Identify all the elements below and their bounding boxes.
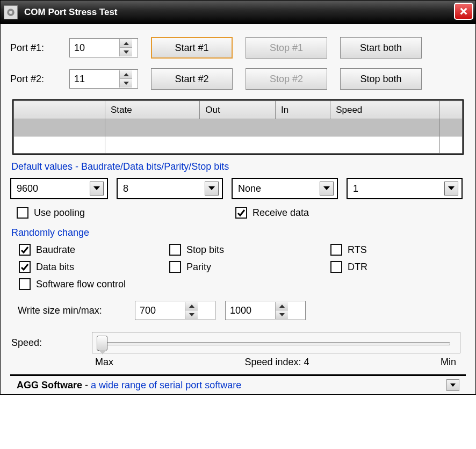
- status-dropdown[interactable]: [446, 379, 459, 391]
- chevron-down-icon: [450, 383, 456, 387]
- receive-data-checkbox[interactable]: Receive data: [235, 207, 309, 219]
- rand-stopbits-label: Stop bits: [186, 244, 224, 256]
- app-window: COM Port Stress Test Port #1: Start #1 S…: [0, 0, 476, 395]
- rand-stopbits-checkbox[interactable]: Stop bits: [169, 244, 330, 256]
- write-size-row: Write size min/max:: [18, 301, 466, 320]
- chevron-up-icon: [124, 73, 129, 76]
- speed-slider[interactable]: [92, 332, 460, 353]
- use-pooling-label: Use pooling: [34, 207, 85, 219]
- col-in[interactable]: In: [275, 101, 330, 119]
- write-max-input[interactable]: [226, 305, 275, 316]
- app-icon: [4, 5, 18, 19]
- write-min-down[interactable]: [185, 310, 198, 319]
- chevron-down-icon: [208, 186, 215, 191]
- rand-parity-label: Parity: [186, 262, 211, 273]
- stop1-button[interactable]: Stop #1: [246, 37, 327, 59]
- port1-spin-up[interactable]: [120, 39, 132, 48]
- chevron-down-icon: [93, 186, 100, 191]
- rand-databits-label: Data bits: [36, 262, 74, 273]
- chevron-down-icon: [279, 313, 285, 316]
- stop2-button[interactable]: Stop #2: [246, 68, 327, 90]
- slider-max-label: Max: [95, 357, 113, 368]
- parity-drop[interactable]: [320, 182, 334, 195]
- databits-drop[interactable]: [205, 182, 219, 195]
- port1-input[interactable]: [70, 42, 119, 54]
- rand-dtr-label: DTR: [348, 262, 367, 273]
- chevron-up-icon: [124, 42, 129, 45]
- port2-spin-up[interactable]: [120, 70, 132, 79]
- use-pooling-checkbox[interactable]: Use pooling: [17, 207, 85, 219]
- default-values-title: Default values - Baudrate/Data bits/Pari…: [11, 161, 466, 172]
- port1-spin-down[interactable]: [120, 48, 132, 56]
- port2-input[interactable]: [70, 74, 119, 85]
- port-row-1: Port #1: Start #1 Stop #1 Start both: [10, 37, 466, 59]
- status-grid: State Out In Speed: [12, 99, 464, 155]
- chevron-up-icon: [279, 305, 285, 308]
- rand-swflow-label: Software flow control: [36, 279, 126, 290]
- start1-button[interactable]: Start #1: [151, 37, 233, 59]
- stop-both-button[interactable]: Stop both: [340, 68, 422, 90]
- baudrate-value: 9600: [17, 183, 38, 194]
- client-area: Port #1: Start #1 Stop #1 Start both Por…: [1, 24, 475, 394]
- port2-spinner[interactable]: [69, 69, 138, 89]
- port2-spin-down[interactable]: [120, 79, 132, 88]
- chevron-down-icon: [448, 186, 455, 191]
- write-min-input[interactable]: [135, 305, 185, 316]
- slider-labels: Max Speed index: 4 Min: [91, 353, 460, 374]
- speed-row: Speed:: [11, 332, 466, 353]
- grid-row-1[interactable]: [14, 119, 463, 136]
- randomly-change-title: Randomly change: [11, 227, 466, 238]
- port2-label: Port #2:: [10, 74, 69, 85]
- write-max-down[interactable]: [276, 310, 288, 319]
- baudrate-drop[interactable]: [90, 182, 104, 195]
- rand-databits-checkbox[interactable]: Data bits: [19, 261, 169, 273]
- write-min-up[interactable]: [185, 302, 198, 310]
- col-out[interactable]: Out: [200, 101, 276, 119]
- write-max-spinner[interactable]: [225, 301, 306, 320]
- chevron-up-icon: [189, 305, 194, 308]
- chevron-down-icon: [323, 186, 330, 191]
- grid-row-2[interactable]: [14, 136, 463, 154]
- chevron-down-icon: [124, 82, 129, 85]
- col-speed[interactable]: Speed: [330, 101, 440, 119]
- check-icon: [237, 208, 246, 217]
- close-button[interactable]: [454, 3, 473, 20]
- window-title: COM Port Stress Test: [24, 7, 118, 18]
- rand-swflow-checkbox[interactable]: Software flow control: [19, 278, 438, 290]
- start-both-button[interactable]: Start both: [340, 37, 422, 59]
- parity-combo[interactable]: None: [232, 178, 338, 199]
- write-max-up[interactable]: [276, 302, 288, 310]
- speed-label: Speed:: [11, 337, 92, 349]
- rand-baudrate-label: Baudrate: [36, 244, 75, 256]
- rand-dtr-checkbox[interactable]: DTR: [330, 261, 438, 273]
- receive-data-label: Receive data: [253, 207, 309, 219]
- rand-parity-checkbox[interactable]: Parity: [169, 261, 330, 273]
- col-state[interactable]: State: [105, 101, 200, 119]
- write-size-label: Write size min/max:: [18, 305, 125, 316]
- chevron-down-icon: [124, 50, 129, 54]
- write-min-spinner[interactable]: [135, 301, 215, 320]
- rand-baudrate-checkbox[interactable]: Baudrate: [19, 244, 169, 256]
- default-values-row: 9600 8 None 1: [10, 178, 466, 199]
- databits-value: 8: [123, 183, 128, 194]
- status-tagline-link[interactable]: a wide range of serial port software: [91, 380, 241, 390]
- databits-combo[interactable]: 8: [117, 178, 223, 199]
- chevron-down-icon: [189, 313, 194, 316]
- stopbits-combo[interactable]: 1: [347, 178, 463, 199]
- rand-rts-label: RTS: [348, 244, 367, 256]
- parity-value: None: [238, 183, 261, 194]
- status-brand: AGG Software: [17, 380, 82, 390]
- svg-point-1: [9, 11, 12, 14]
- stopbits-value: 1: [353, 183, 358, 194]
- rand-rts-checkbox[interactable]: RTS: [330, 244, 438, 256]
- port-config: Port #1: Start #1 Stop #1 Start both Por…: [10, 37, 466, 90]
- port1-spinner[interactable]: [69, 38, 138, 57]
- title-bar: COM Port Stress Test: [1, 1, 475, 24]
- baudrate-combo[interactable]: 9600: [10, 178, 108, 199]
- stopbits-drop[interactable]: [444, 182, 458, 195]
- start2-button[interactable]: Start #2: [151, 68, 233, 90]
- slider-min-label: Min: [441, 357, 456, 368]
- check-icon: [20, 263, 29, 271]
- slider-index-label: Speed index: 4: [113, 357, 441, 368]
- slider-thumb[interactable]: [97, 336, 107, 351]
